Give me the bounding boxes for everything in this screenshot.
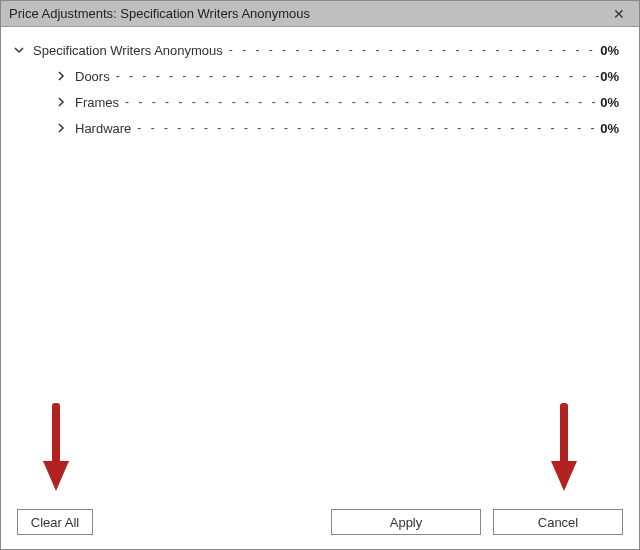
tree-item-label: Frames: [75, 95, 119, 110]
chevron-right-icon[interactable]: [53, 120, 69, 136]
tree-item-label: Specification Writers Anonymous: [33, 43, 223, 58]
chevron-right-icon[interactable]: [53, 68, 69, 84]
tree-item-value: 0%: [600, 95, 623, 110]
leader-dots: [110, 69, 601, 83]
button-bar: Clear All Apply Cancel: [1, 505, 639, 549]
tree-row-child[interactable]: Doors 0%: [11, 63, 623, 89]
tree-item-value: 0%: [600, 69, 623, 84]
dialog-window: Price Adjustments: Specification Writers…: [0, 0, 640, 550]
tree-item-label: Hardware: [75, 121, 131, 136]
window-title: Price Adjustments: Specification Writers…: [9, 6, 607, 21]
chevron-right-icon[interactable]: [53, 94, 69, 110]
tree-item-value: 0%: [600, 121, 623, 136]
leader-dots: [131, 121, 600, 135]
close-button[interactable]: ✕: [607, 4, 631, 24]
tree-row-child[interactable]: Frames 0%: [11, 89, 623, 115]
cancel-button[interactable]: Cancel: [493, 509, 623, 535]
tree-item-label: Doors: [75, 69, 110, 84]
tree-item-value: 0%: [600, 43, 623, 58]
clear-all-button[interactable]: Clear All: [17, 509, 93, 535]
titlebar: Price Adjustments: Specification Writers…: [1, 1, 639, 27]
tree-row-root[interactable]: Specification Writers Anonymous 0%: [11, 37, 623, 63]
tree-panel: Specification Writers Anonymous 0% Doors…: [1, 27, 639, 505]
leader-dots: [223, 43, 600, 57]
leader-dots: [119, 95, 600, 109]
apply-button[interactable]: Apply: [331, 509, 481, 535]
chevron-down-icon[interactable]: [11, 42, 27, 58]
tree-row-child[interactable]: Hardware 0%: [11, 115, 623, 141]
